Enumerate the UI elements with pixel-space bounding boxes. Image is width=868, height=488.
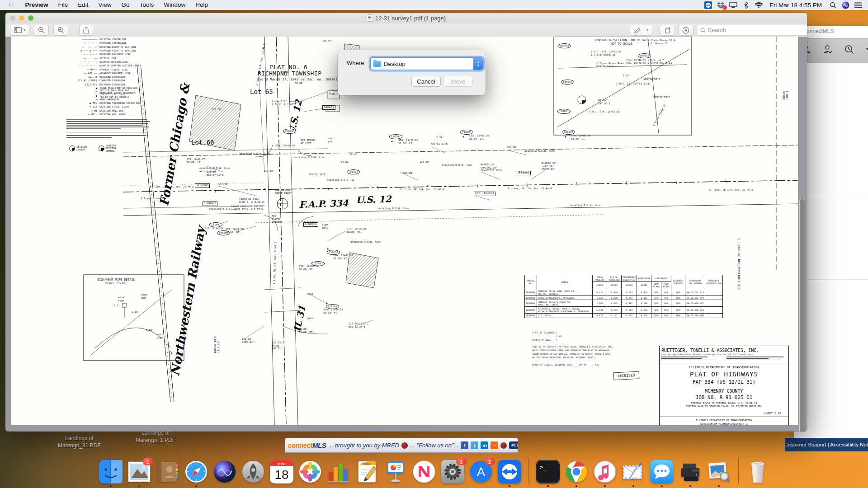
menu-view[interactable]: View	[94, 0, 117, 10]
dock-icon-safari[interactable]	[184, 460, 208, 483]
menu-help[interactable]: Help	[190, 0, 213, 10]
parcel-table: PARCEL NO.OWNERTOTAL HOLDINGR.O.W. REQUI…	[524, 275, 723, 318]
menu-clock[interactable]: Fri Mar 18 4:55 PM	[767, 2, 825, 9]
dock-icon-letter-opener[interactable]	[622, 460, 645, 483]
dock-icon-keynote[interactable]	[384, 460, 407, 483]
dock-badge: 2	[485, 458, 495, 465]
traffic-lights	[5, 13, 33, 21]
search-history-icon[interactable]	[844, 44, 855, 57]
search-field[interactable]: Search	[697, 25, 807, 36]
vertical-scrollbar-thumb[interactable]	[799, 198, 805, 432]
survey-annotation: 1FB0008	[195, 183, 210, 188]
dock-icon-chrome[interactable]	[565, 460, 588, 483]
route-line: FAP 334 (US 12/IL 31)	[661, 379, 787, 385]
dock-icon-terminal[interactable]: >_	[536, 460, 560, 483]
cancel-button[interactable]: Cancel	[411, 76, 441, 87]
siri-menu-icon[interactable]	[841, 1, 850, 9]
dock-icon-pages[interactable]: PAGES	[355, 460, 379, 483]
menu-window[interactable]: Window	[159, 0, 190, 10]
survey-annotation: metal sign	[118, 296, 126, 302]
menu-file[interactable]: File	[53, 0, 73, 10]
survey-annotation: 300.00' (300')	[783, 89, 788, 100]
survey-annotation: canopy	[322, 105, 335, 110]
close-button[interactable]	[10, 15, 15, 21]
survey-annotation: 1FB0002	[516, 171, 531, 175]
survey-annotation: STA. 4+41.77 50.00' LT.	[187, 158, 205, 164]
location-popup[interactable]: Desktop ▲▼	[370, 57, 483, 70]
menu-tools[interactable]: Tools	[135, 0, 159, 10]
notification-center-icon[interactable]	[854, 1, 863, 9]
dock-icon-teamviewer[interactable]	[498, 460, 521, 483]
legend-row: (121.45)RECORDED DIMENSION	[64, 83, 141, 86]
dock-icon-news[interactable]	[412, 460, 436, 483]
survey-annotation: P.O.T. STA. 19+92.56 £ STATE ROUTE 31	[591, 50, 621, 56]
share-button[interactable]	[79, 25, 93, 36]
bluetooth-status-icon[interactable]	[741, 1, 750, 9]
dock-icon-contacts[interactable]	[156, 460, 179, 483]
survey-annotation: R=1002.50' L=97.38' CH=97.34'	[542, 162, 557, 171]
quarter-section-corner-icon	[99, 145, 104, 151]
zoom-in-button[interactable]	[53, 25, 68, 36]
firm-subtitle: Land Surveyors/Engineers/Planners/Landsc…	[661, 353, 787, 356]
dock-icon-trash[interactable]	[746, 460, 769, 483]
drawing-label: rec'd March 17, 1943 as doc. no. 168361	[258, 77, 337, 81]
apple-menu-icon[interactable]: 	[0, 0, 20, 10]
survey-annotation: 300.00'	[403, 172, 414, 175]
dock-icon-preview[interactable]	[707, 460, 731, 483]
dock-icon-app-store[interactable]: A2	[469, 460, 493, 483]
spotlight-icon[interactable]	[828, 1, 837, 9]
legend-row: 121.45 (COMP)COMPUTED DIMENSION	[64, 79, 141, 82]
dock-icon-system-preferences[interactable]: 1	[441, 460, 464, 483]
dock-icon-printer[interactable]	[679, 460, 702, 483]
survey-annotation: existing R.O.W. line	[570, 204, 600, 207]
markup-toolbar-button[interactable]	[678, 25, 693, 36]
survey-annotation: conc. pvt.	[328, 137, 335, 143]
dock-icon-launchpad[interactable]	[241, 460, 265, 483]
menu-edit[interactable]: Edit	[73, 0, 93, 10]
dock-icon-finder[interactable]	[99, 460, 123, 483]
survey-annotation: N. line, SE 1/4, Sec. 21-46-8	[150, 185, 194, 188]
teamviewer-status-icon[interactable]	[703, 1, 712, 9]
title-bar[interactable]: 12-31 survey1.pdf (1 page)	[5, 13, 807, 24]
dock-badge: 1	[456, 458, 467, 465]
dropbox-status-icon[interactable]: 1	[716, 1, 725, 9]
survey-annotation: 1.91'	[623, 74, 630, 77]
zoom-button[interactable]	[28, 15, 33, 21]
dock-separator	[738, 457, 739, 483]
legend-row: ─ ·· ─ ·· ─QUARTER SECTION LINE	[64, 60, 141, 64]
dock-icon-photos[interactable]	[298, 460, 322, 483]
running-indicator	[509, 485, 510, 487]
dock-icon-siri[interactable]	[213, 460, 236, 483]
survey-annotation: 170.09'	[264, 169, 274, 173]
wifi-status-icon[interactable]	[754, 1, 763, 9]
rotate-button[interactable]	[660, 25, 675, 36]
menu-go[interactable]: Go	[117, 0, 135, 10]
sidebar-view-button[interactable]: ▾	[10, 25, 29, 36]
dock-icon-numbers[interactable]	[327, 460, 350, 483]
app-menu-preview[interactable]: Preview	[20, 0, 53, 10]
survey-annotation: 150.50'	[212, 108, 222, 111]
surveyor-certification: STATE OF ILLINOIS ) ) SS COUNTY OF WILL …	[532, 331, 645, 366]
display-status-icon[interactable]	[729, 1, 738, 9]
survey-annotation: (5033)	[283, 129, 296, 134]
dock-icon-mail[interactable]: 1	[127, 460, 151, 483]
legend-row: ── ─ ── ─PROPOSED CENTERLINE	[64, 41, 141, 45]
dock-icon-itunes[interactable]	[593, 460, 617, 483]
contact-check-icon[interactable]	[822, 44, 834, 57]
survey-annotation: conc. pad	[141, 293, 149, 299]
received-stamp: RECEIVED	[613, 371, 639, 380]
move-button[interactable]: Move	[443, 76, 473, 87]
survey-annotation: STA. 9+29.78 60.00' RT.	[226, 228, 244, 234]
title-block: RUETTIGER, TONELLI & ASSOCIATES, INC. La…	[659, 346, 789, 425]
customer-support-link[interactable]: Customer Support | Accessibility Not	[785, 442, 868, 447]
zoom-out-button[interactable]	[34, 25, 49, 36]
markup-pen-button[interactable]: ▾	[630, 25, 652, 36]
favorites-star-icon[interactable]	[865, 44, 868, 57]
survey-annotation: proposed R.O.W. line	[350, 240, 381, 244]
legend-row: 121.45MEASURED DIMENSION	[64, 75, 141, 79]
dock-icon-messages[interactable]	[650, 460, 674, 483]
dock-icon-calendar[interactable]: MAR18	[270, 460, 293, 483]
minimize-button[interactable]	[19, 15, 24, 21]
section-corner-icon	[69, 145, 75, 151]
survey-annotation: (5083)	[638, 53, 651, 58]
